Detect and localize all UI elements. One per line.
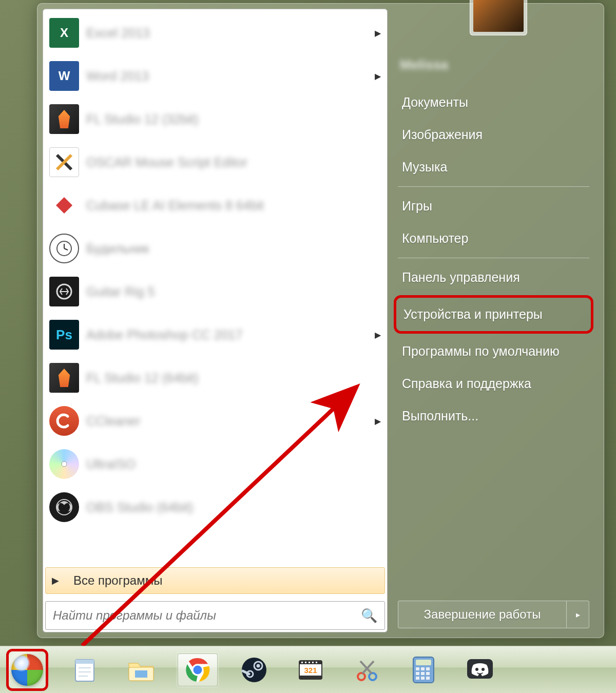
right-panel-item[interactable]: Музыка	[398, 151, 589, 183]
svg-rect-42	[421, 672, 425, 675]
svg-rect-26	[301, 662, 303, 663]
program-item[interactable]: Guitar Rig 5	[45, 270, 385, 313]
svg-point-49	[482, 668, 485, 671]
notepad-taskbar-icon[interactable]	[65, 653, 105, 686]
program-item[interactable]: Будильник	[45, 227, 385, 270]
right-panel-item[interactable]: Справка и поддержка	[398, 368, 589, 400]
windows-orb-icon	[11, 654, 43, 686]
program-label: OBS Studio (64bit)	[86, 500, 381, 515]
svg-rect-27	[305, 662, 306, 663]
svg-rect-45	[421, 677, 425, 680]
ultraiso-icon	[49, 449, 79, 479]
right-panel-item[interactable]: Компьютер	[398, 222, 589, 255]
obs-icon	[49, 492, 79, 522]
program-item[interactable]: CCleaner▶	[45, 399, 385, 442]
shutdown-options-button[interactable]: ▸	[567, 601, 589, 628]
triangle-right-icon: ▸	[576, 610, 580, 620]
program-label: Word 2013	[86, 69, 375, 84]
start-menu-left-panel: XExcel 2013▶WWord 2013▶FL Studio 12 (32b…	[43, 9, 388, 632]
shutdown-row: Завершение работы ▸	[398, 601, 589, 628]
svg-rect-44	[416, 677, 419, 680]
program-label: Adobe Photoshop CC 2017	[86, 328, 375, 342]
program-item[interactable]: OSCAR Mouse Script Editor	[45, 141, 385, 184]
start-menu-right-panel: Melissa ДокументыИзображенияМузыкаИгрыКо…	[393, 4, 604, 638]
word-icon: W	[49, 61, 79, 91]
program-label: CCleaner	[86, 414, 375, 429]
right-panel-item[interactable]: Выполнить...	[398, 400, 589, 432]
search-input[interactable]	[53, 608, 361, 623]
user-avatar-frame[interactable]	[470, 0, 527, 35]
search-icon[interactable]: 🔍	[361, 608, 377, 624]
chevron-right-icon: ▶	[375, 330, 381, 340]
shutdown-label: Завершение работы	[424, 607, 541, 622]
oscar-icon	[49, 147, 79, 177]
program-item[interactable]: FL Studio 12 (64bit)	[45, 356, 385, 399]
mpc-taskbar-icon[interactable]: 321	[291, 653, 331, 686]
program-label: Guitar Rig 5	[86, 284, 381, 299]
right-panel-item[interactable]: Документы	[398, 86, 589, 119]
clock-icon	[49, 234, 79, 263]
right-panel-links: ДокументыИзображенияМузыкаИгрыКомпьютерП…	[398, 86, 589, 432]
svg-text:321: 321	[304, 666, 317, 675]
discord-taskbar-icon[interactable]	[460, 653, 500, 686]
svg-point-32	[358, 673, 365, 680]
right-panel-item[interactable]: Изображения	[398, 119, 589, 151]
chrome-taskbar-icon[interactable]	[178, 653, 218, 686]
all-programs-button[interactable]: ▶ Все программы	[45, 567, 385, 594]
right-panel-item[interactable]: Устройства и принтеры	[394, 295, 593, 334]
steam-taskbar-icon[interactable]	[234, 653, 274, 686]
svg-rect-25	[299, 676, 322, 679]
program-item[interactable]: OBS Studio (64bit)	[45, 486, 385, 529]
program-item[interactable]: PsAdobe Photoshop CC 2017▶	[45, 313, 385, 356]
svg-point-21	[257, 664, 260, 667]
separator	[398, 186, 589, 187]
svg-rect-28	[309, 662, 310, 663]
svg-rect-29	[312, 662, 314, 663]
program-label: UltraISO	[86, 457, 381, 472]
program-label: Cubase LE AI Elements 8 64bit	[86, 198, 381, 213]
svg-point-33	[369, 673, 376, 680]
program-label: FL Studio 12 (32bit)	[86, 112, 381, 127]
svg-rect-10	[75, 660, 94, 664]
program-label: Excel 2013	[86, 26, 375, 41]
right-panel-item[interactable]: Программы по умолчанию	[398, 335, 589, 368]
svg-point-48	[475, 668, 478, 671]
right-panel-item[interactable]: Игры	[398, 190, 589, 222]
svg-rect-41	[416, 672, 419, 675]
chevron-right-icon: ▶	[375, 416, 381, 426]
start-menu: XExcel 2013▶WWord 2013▶FL Studio 12 (32b…	[37, 3, 604, 638]
svg-rect-46	[426, 677, 430, 680]
svg-rect-37	[416, 660, 431, 665]
photoshop-icon: Ps	[49, 320, 79, 350]
svg-rect-39	[421, 667, 425, 670]
program-item[interactable]: UltraISO	[45, 442, 385, 486]
svg-point-6	[62, 461, 67, 467]
program-label: FL Studio 12 (64bit)	[86, 371, 381, 386]
program-item[interactable]: Cubase LE AI Elements 8 64bit	[45, 184, 385, 227]
shutdown-button[interactable]: Завершение работы	[398, 601, 567, 628]
program-item[interactable]: FL Studio 12 (32bit)	[45, 98, 385, 141]
excel-icon: X	[49, 18, 79, 48]
calculator-taskbar-icon[interactable]	[403, 653, 444, 686]
svg-line-35	[360, 661, 372, 673]
explorer-taskbar-icon[interactable]	[121, 653, 161, 686]
ccleaner-icon	[49, 406, 79, 436]
snipping-taskbar-icon[interactable]	[347, 653, 387, 686]
svg-rect-38	[416, 667, 419, 670]
program-item[interactable]: XExcel 2013▶	[45, 11, 385, 54]
program-item[interactable]: WWord 2013▶	[45, 54, 385, 98]
program-list: XExcel 2013▶WWord 2013▶FL Studio 12 (32b…	[45, 11, 385, 567]
program-label: Будильник	[86, 241, 381, 256]
start-button[interactable]	[6, 649, 48, 691]
user-name[interactable]: Melissa	[398, 53, 589, 77]
program-label: OSCAR Mouse Script Editor	[86, 155, 381, 170]
svg-rect-43	[426, 672, 430, 675]
all-programs-label: Все программы	[73, 573, 162, 588]
flstudio-icon	[49, 104, 79, 134]
search-box[interactable]: 🔍	[45, 601, 385, 630]
taskbar: 321	[0, 646, 616, 693]
user-avatar	[473, 0, 524, 32]
chevron-right-icon: ▶	[375, 71, 381, 81]
svg-rect-30	[316, 662, 317, 663]
right-panel-item[interactable]: Панель управления	[398, 261, 589, 294]
